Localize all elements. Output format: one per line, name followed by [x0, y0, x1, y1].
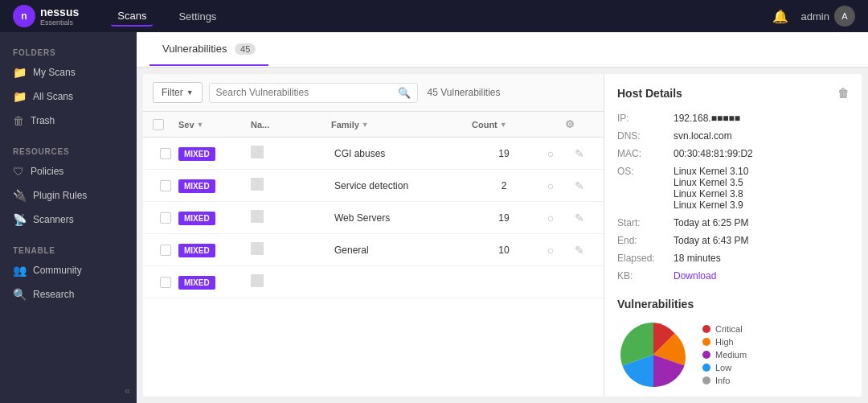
pie-chart: [617, 319, 690, 391]
row-icon: [251, 146, 264, 158]
row-sev-badge: MIXED: [178, 244, 251, 256]
row-edit-icon[interactable]: ✎: [565, 244, 594, 257]
sidebar-item-community[interactable]: 👥 Community: [0, 258, 137, 282]
top-navigation: n nessus Essentials Scans Settings 🔔 adm…: [0, 0, 868, 32]
row-circle-icon[interactable]: ○: [536, 147, 565, 160]
sidebar-item-research[interactable]: 🔍 Research: [0, 282, 137, 306]
mixed-badge: MIXED: [178, 147, 215, 161]
row-checkbox[interactable]: [153, 180, 178, 191]
row-count: 19: [472, 212, 536, 224]
filter-dropdown-icon: ▼: [186, 88, 194, 97]
nav-settings[interactable]: Settings: [172, 7, 223, 26]
trash-folder-icon: 🗑: [13, 114, 24, 127]
row-checkbox[interactable]: [153, 245, 178, 256]
start-label: Start:: [617, 214, 674, 232]
row-edit-icon[interactable]: ✎: [565, 147, 594, 160]
mixed-badge: MIXED: [178, 212, 215, 225]
row-sev-badge: MIXED: [178, 147, 251, 159]
col-actions2[interactable]: ⚙: [565, 118, 594, 130]
vulnerabilities-chart-section: Vulnerabilities: [617, 298, 849, 391]
sidebar-item-all-scans[interactable]: 📁 All Scans: [0, 84, 137, 109]
detail-row-ip: IP: 192.168.■■■■■: [617, 109, 849, 127]
row-icon: [251, 210, 264, 223]
scanners-icon: 📡: [13, 213, 27, 226]
resources-label: RESOURCES: [0, 141, 137, 159]
checkbox-3[interactable]: [160, 212, 171, 224]
row-circle-icon[interactable]: ○: [536, 179, 565, 192]
sidebar-trash-label: Trash: [31, 115, 55, 126]
table-row[interactable]: MIXED Service detection 2 ○ ✎: [143, 170, 604, 202]
community-icon: 👥: [13, 264, 27, 277]
row-family-name: General: [331, 245, 472, 256]
elapsed-label: Elapsed:: [617, 249, 674, 267]
col-sev[interactable]: Sev ▼: [178, 120, 251, 130]
row-icon: [251, 178, 264, 191]
row-checkbox[interactable]: [153, 148, 178, 159]
checkbox-2[interactable]: [160, 180, 171, 191]
sidebar-plugin-rules-label: Plugin Rules: [33, 190, 87, 201]
col-family[interactable]: Family ▼: [331, 120, 472, 130]
download-link[interactable]: Download: [674, 270, 716, 282]
nav-right-area: 🔔 admin A: [772, 6, 855, 27]
sidebar-item-plugin-rules[interactable]: 🔌 Plugin Rules: [0, 183, 137, 208]
search-input[interactable]: [216, 87, 395, 98]
search-box[interactable]: 🔍: [209, 83, 418, 103]
host-details-title-text: Host Details: [617, 87, 682, 100]
mac-value: 00:30:48:81:99:D2: [674, 145, 849, 162]
sidebar-item-my-scans[interactable]: 📁 My Scans: [0, 60, 137, 84]
kb-label: KB:: [617, 267, 674, 285]
notification-bell-icon[interactable]: 🔔: [772, 9, 788, 24]
table-row[interactable]: MIXED CGI abuses 19 ○ ✎: [143, 138, 604, 170]
table-row[interactable]: MIXED Web Servers 19 ○ ✎: [143, 202, 604, 234]
tab-vulnerabilities-badge: 45: [235, 43, 256, 55]
row-icon: [251, 242, 264, 255]
sidebar-collapse-button[interactable]: «: [125, 385, 130, 397]
col-count-sort-icon: ▼: [500, 121, 507, 129]
mac-label: MAC:: [617, 145, 674, 162]
tab-vulnerabilities-label: Vulnerabilities: [162, 43, 227, 55]
content-area: Vulnerabilities 45 Filter ▼ 🔍 45: [137, 32, 868, 403]
row-circle-icon[interactable]: ○: [536, 244, 565, 257]
admin-label: admin: [801, 10, 829, 23]
col-checkbox: [153, 119, 178, 130]
admin-menu[interactable]: admin A: [801, 6, 855, 27]
sidebar-item-policies[interactable]: 🛡 Policies: [0, 159, 137, 183]
checkbox-4[interactable]: [160, 245, 171, 256]
delete-host-icon[interactable]: 🗑: [837, 87, 849, 100]
sidebar-item-scanners[interactable]: 📡 Scanners: [0, 208, 137, 232]
dns-label: DNS:: [617, 127, 674, 145]
search-icon: 🔍: [398, 87, 411, 99]
logo-icon: n: [13, 5, 35, 27]
ip-label: IP:: [617, 109, 674, 127]
table-row[interactable]: MIXED General 10 ○ ✎: [143, 234, 604, 266]
sidebar-my-scans-label: My Scans: [33, 67, 76, 78]
mixed-badge: MIXED: [178, 276, 215, 290]
tab-vulnerabilities[interactable]: Vulnerabilities 45: [149, 33, 268, 66]
col-na[interactable]: Na...: [251, 120, 331, 130]
checkbox-1[interactable]: [160, 148, 171, 159]
chart-legend: Critical High Medium: [702, 324, 747, 385]
row-circle-icon[interactable]: ○: [536, 212, 565, 224]
sidebar: FOLDERS 📁 My Scans 📁 All Scans 🗑 Trash R…: [0, 32, 137, 403]
checkbox-5[interactable]: [160, 277, 171, 288]
elapsed-value: 18 minutes: [674, 249, 849, 267]
filter-button[interactable]: Filter ▼: [153, 82, 203, 103]
table-row[interactable]: MIXED: [143, 266, 604, 298]
legend-medium: Medium: [702, 350, 747, 360]
main-layout: FOLDERS 📁 My Scans 📁 All Scans 🗑 Trash R…: [0, 32, 868, 403]
row-checkbox[interactable]: [153, 277, 178, 288]
row-edit-icon[interactable]: ✎: [565, 212, 594, 224]
vulnerabilities-table: Sev ▼ Na... Family ▼ Count ▼: [143, 112, 604, 397]
nav-scans[interactable]: Scans: [111, 6, 153, 27]
row-checkbox[interactable]: [153, 212, 178, 224]
row-edit-icon[interactable]: ✎: [565, 179, 594, 192]
folders-label: FOLDERS: [0, 42, 137, 60]
logo-text: nessus Essentials: [40, 6, 79, 27]
end-value: Today at 6:43 PM: [674, 232, 849, 249]
row-family-name: CGI abuses: [331, 148, 472, 159]
col-count[interactable]: Count ▼: [472, 120, 536, 130]
legend-info: Info: [702, 376, 747, 385]
header-checkbox[interactable]: [153, 119, 164, 130]
folder-icon-all: 📁: [13, 90, 27, 103]
sidebar-item-trash[interactable]: 🗑 Trash: [0, 109, 137, 133]
